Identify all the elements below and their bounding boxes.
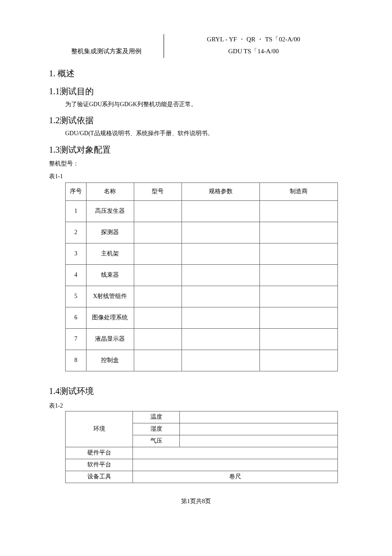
cell-name: X射线管组件 — [86, 286, 134, 307]
cell-spec — [182, 264, 259, 286]
cell-model — [134, 264, 182, 286]
heading-1-4-env: 1.4测试环境 — [49, 384, 343, 398]
th-spec: 规格参数 — [182, 182, 259, 200]
heading-1-3-config: 1.3测试对象配置 — [49, 143, 343, 156]
cell-spec — [182, 243, 259, 264]
cell-name: 液晶显示器 — [86, 328, 134, 350]
body-1-2: GDU/GD(T品规格说明书、系统操作手册、软件说明书。 — [65, 129, 343, 138]
table-row: 3主机架 — [66, 243, 338, 264]
page-footer: 第1页共8页 — [49, 497, 343, 506]
header-right: GRYL - YF ・ QR ・ TS「02-A/00 GDU TS「14-A/… — [164, 34, 343, 58]
cell-env-val — [180, 423, 338, 435]
cell-spec — [182, 307, 259, 328]
cell-mfr — [259, 222, 337, 243]
table-1-1-caption: 表1-1 — [49, 172, 343, 181]
cell-mfr — [259, 286, 337, 307]
cell-env-val — [180, 435, 338, 447]
heading-1-overview: 1. 概述 — [49, 67, 343, 80]
cell-name: 探测器 — [86, 222, 134, 243]
table-row: 6图像处理系统 — [66, 307, 338, 328]
cell-model — [134, 286, 182, 307]
cell-spec — [182, 350, 259, 371]
cell-spec — [182, 200, 259, 222]
cell-name: 高压发生器 — [86, 200, 134, 222]
cell-mfr — [259, 307, 337, 328]
cell-name: 控制盒 — [86, 350, 134, 371]
cell-spec — [182, 222, 259, 243]
th-name: 名称 — [86, 182, 134, 200]
table-row: 7液晶显示器 — [66, 328, 338, 350]
heading-1-1-purpose: 1.1测试目的 — [49, 84, 343, 98]
cell-seq: 7 — [66, 328, 86, 350]
table-row: 5X射线管组件 — [66, 286, 338, 307]
cell-env-sub: 湿度 — [133, 423, 180, 435]
table-row: 2探测器 — [66, 222, 338, 243]
cell-seq: 4 — [66, 264, 86, 286]
cell-env-val — [180, 411, 338, 423]
cell-label: 设备工具 — [66, 471, 133, 483]
table-row: 1高压发生器 — [66, 200, 338, 222]
cell-model — [134, 200, 182, 222]
heading-1-2-basis: 1.2测试依据 — [49, 113, 343, 127]
cell-mfr — [259, 243, 337, 264]
cell-label: 软件平台 — [66, 459, 133, 471]
cell-env-sub: 温度 — [133, 411, 180, 423]
cell-value: 卷尺 — [133, 471, 338, 483]
cell-seq: 5 — [66, 286, 86, 307]
header-code-1: GRYL - YF ・ QR ・ TS「02-A/00 — [164, 34, 343, 44]
header-code-2: GDU TS「14-A/00 — [164, 46, 343, 56]
th-model: 型号 — [134, 182, 182, 200]
cell-model — [134, 307, 182, 328]
cell-mfr — [259, 264, 337, 286]
cell-mfr — [259, 200, 337, 222]
cell-name: 线束器 — [86, 264, 134, 286]
cell-model — [134, 222, 182, 243]
table-row: 环境 温度 — [66, 411, 338, 423]
label-machine-model: 整机型号： — [49, 159, 343, 168]
table-row: 硬件平台 — [66, 447, 338, 459]
cell-mfr — [259, 350, 337, 371]
cell-seq: 6 — [66, 307, 86, 328]
table-row: 4线束器 — [66, 264, 338, 286]
cell-label: 硬件平台 — [66, 447, 133, 459]
header-left-title: 整机集成测试方案及用例 — [49, 34, 164, 58]
table-1-2: 环境 温度 湿度 气压 硬件平台 软件平台 设备工具 卷尺 — [65, 411, 338, 483]
table-row: 设备工具 卷尺 — [66, 471, 338, 483]
table-row: 8控制盒 — [66, 350, 338, 371]
cell-model — [134, 243, 182, 264]
cell-name: 主机架 — [86, 243, 134, 264]
cell-spec — [182, 286, 259, 307]
table-1-2-caption: 表1-2 — [49, 401, 343, 411]
cell-env-label: 环境 — [66, 411, 133, 447]
cell-spec — [182, 328, 259, 350]
cell-value — [133, 459, 338, 471]
cell-name: 图像处理系统 — [86, 307, 134, 328]
table-row: 软件平台 — [66, 459, 338, 471]
table-1-1: 序号 名称 型号 规格参数 制造商 1高压发生器 2探测器 3主机架 4线束器 … — [65, 182, 338, 371]
th-seq: 序号 — [66, 182, 86, 200]
cell-seq: 8 — [66, 350, 86, 371]
cell-seq: 3 — [66, 243, 86, 264]
cell-env-sub: 气压 — [133, 435, 180, 447]
cell-model — [134, 328, 182, 350]
th-mfr: 制造商 — [259, 182, 337, 200]
body-1-1: 为了验证GDU系列与GDGK列整机功能是否正常。 — [65, 100, 343, 109]
table-1-1-header-row: 序号 名称 型号 规格参数 制造商 — [66, 182, 338, 200]
cell-mfr — [259, 328, 337, 350]
cell-model — [134, 350, 182, 371]
page-header: 整机集成测试方案及用例 GRYL - YF ・ QR ・ TS「02-A/00 … — [49, 34, 343, 58]
cell-seq: 1 — [66, 200, 86, 222]
cell-seq: 2 — [66, 222, 86, 243]
cell-value — [133, 447, 338, 459]
